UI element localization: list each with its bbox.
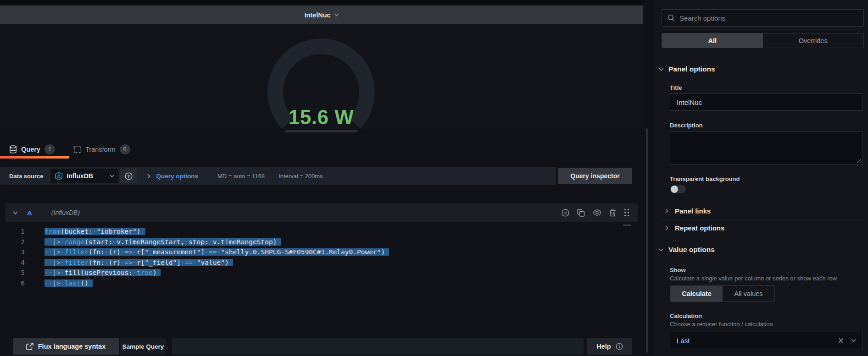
query-datasource-hint: (InfluxDB) (51, 209, 80, 216)
query-options-md: MD = auto = 1168 (217, 173, 265, 180)
code-line: 1from(bucket:·"iobroker") (6, 226, 638, 237)
textarea-resize-handle[interactable] (856, 158, 861, 163)
filter-overrides-tab[interactable]: Overrides (763, 33, 864, 48)
code-line: 4··|>·filter(fn:·(r)·=>·r["_field"]·==·"… (6, 257, 638, 268)
svg-text:?: ? (128, 174, 130, 179)
flux-syntax-button[interactable]: Flux language syntax (13, 338, 119, 355)
editor-scrollbar[interactable] (623, 225, 631, 226)
line-number: 1 (6, 226, 25, 237)
panel-options-header[interactable]: Panel options (659, 65, 715, 73)
tab-query[interactable]: Query 1 (9, 142, 55, 156)
panel-header[interactable]: IntelNuc (0, 5, 643, 24)
query-options-interval: Interval = 200ms (278, 173, 323, 180)
query-row-collapse-chevron-icon[interactable] (13, 211, 18, 214)
query-options-link[interactable]: Query options (156, 173, 198, 180)
sample-query-button[interactable]: Sample Query (120, 338, 166, 355)
calculation-field-label: Calculation (670, 312, 702, 319)
line-number: 3 (6, 247, 25, 257)
panel-resize-handle[interactable] (285, 130, 358, 132)
show-field-label: Show (670, 267, 686, 274)
toggle-knob (671, 186, 678, 193)
editor-footer-bar (172, 338, 584, 355)
search-placeholder: Search options (679, 14, 725, 22)
value-options-chevron-down-icon (659, 248, 664, 252)
show-mode-group: Calculate All values (670, 285, 775, 302)
hide-query-eye-icon[interactable] (593, 209, 601, 216)
panel-title-input[interactable]: IntelNuc (670, 93, 863, 111)
calculation-select[interactable]: Last (670, 332, 863, 349)
divider (662, 202, 864, 202)
top-strip (0, 0, 643, 5)
line-number: 4 (6, 257, 25, 268)
repeat-options-chevron-right-icon (665, 225, 668, 230)
query-row-header[interactable]: A (InfluxDB) ? (6, 203, 638, 222)
show-field-description: Calculate a single value per column or s… (670, 275, 837, 282)
transform-icon (73, 146, 81, 153)
query-ref-id: A (27, 209, 32, 217)
panel-preview: 15.6 W (0, 24, 643, 129)
tab-query-label: Query (21, 146, 40, 153)
divider (662, 220, 864, 221)
datasource-help-button[interactable]: ? (120, 169, 137, 183)
transparent-bg-label: Transparent background (670, 175, 740, 182)
search-icon (668, 14, 675, 22)
filter-all-tab[interactable]: All (662, 33, 763, 48)
code-line: 6··|>·last() (6, 278, 638, 289)
options-sidebar: Search options All Overrides Panel optio… (655, 0, 868, 356)
help-label: Help (596, 343, 611, 350)
tab-transform-label: Transform (85, 146, 116, 153)
svg-text:?: ? (564, 210, 567, 215)
tab-transform-count: 0 (120, 144, 130, 154)
line-number: 5 (6, 268, 25, 278)
panel-title-input-value: IntelNuc (677, 99, 702, 106)
code-lines: 1from(bucket:·"iobroker")2··|>·range(sta… (6, 226, 638, 288)
delete-query-trash-icon[interactable] (609, 209, 616, 217)
options-filter-group: All Overrides (662, 33, 864, 48)
datasource-toolbar: Data source InfluxDB ? Query options MD … (0, 167, 556, 185)
code-line: 3··|>·filter(fn:·(r)·=>·r["_measurement"… (6, 247, 638, 257)
section-divider (655, 239, 868, 239)
info-circle-icon (616, 343, 623, 350)
title-field-label: Title (670, 84, 682, 91)
datasource-label: Data source (9, 173, 43, 180)
datasource-chevron-down-icon (110, 175, 114, 177)
influxdb-logo-icon (55, 172, 63, 181)
query-help-icon[interactable]: ? (562, 209, 569, 217)
calculation-select-value: Last (677, 337, 838, 345)
datasource-name: InfluxDB (67, 172, 106, 180)
description-field-label: Description (670, 122, 703, 129)
editor-tab-bar: Query 1 Transform 0 (0, 139, 643, 159)
code-line: 2··|>·range(start:·v.timeRangeStart,·sto… (6, 237, 638, 247)
calculate-tab[interactable]: Calculate (671, 286, 723, 301)
line-number: 6 (6, 278, 25, 289)
external-link-icon (26, 343, 33, 350)
search-options-input[interactable]: Search options (662, 9, 864, 27)
description-textarea[interactable] (670, 131, 863, 165)
tab-transform[interactable]: Transform 0 (73, 142, 130, 156)
grafana-panel-editor: IntelNuc 15.6 W Query 1 (0, 0, 868, 356)
tab-query-count: 1 (45, 144, 55, 154)
gauge-value: 15.6 W (252, 106, 390, 129)
query-options-chevron-icon[interactable] (147, 174, 150, 179)
panel-links-row[interactable]: Panel links (665, 207, 711, 215)
help-button[interactable]: Help (587, 338, 632, 355)
all-values-tab[interactable]: All values (723, 286, 774, 301)
drag-handle-icon[interactable] (624, 208, 629, 217)
datasource-picker[interactable]: InfluxDB (50, 169, 118, 183)
panel-options-chevron-down-icon (659, 68, 664, 71)
repeat-options-row[interactable]: Repeat options (665, 224, 724, 232)
line-number: 2 (6, 237, 25, 247)
clear-selection-x-icon[interactable] (838, 338, 844, 343)
flux-syntax-label: Flux language syntax (38, 343, 106, 350)
code-line: 5··|>·fill(usePrevious:·true) (6, 268, 638, 278)
query-inspector-button[interactable]: Query inspector (558, 168, 632, 184)
panel-title-chevron-down-icon (334, 13, 339, 16)
select-chevron-down-icon[interactable] (851, 339, 856, 342)
panel-title: IntelNuc (304, 11, 330, 19)
left-pane-scrollbar[interactable] (646, 128, 648, 353)
duplicate-query-icon[interactable] (577, 209, 585, 217)
value-options-header[interactable]: Value options (659, 246, 715, 254)
calculation-field-description: Choose a reducer function / calculation (670, 321, 773, 328)
flux-code-editor[interactable]: 1from(bucket:·"iobroker")2··|>·range(sta… (6, 222, 638, 329)
transparent-bg-toggle[interactable] (670, 185, 686, 193)
